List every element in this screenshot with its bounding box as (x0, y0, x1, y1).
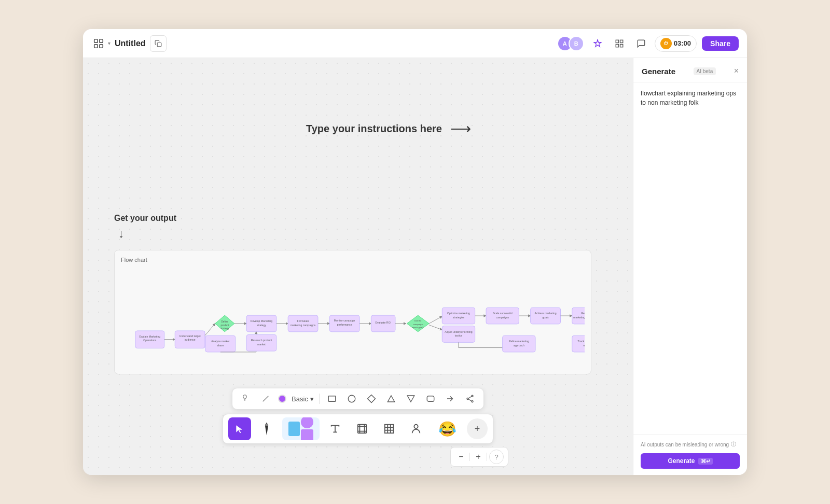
svg-text:tactics: tactics (455, 334, 463, 337)
svg-text:Did the: Did the (414, 319, 422, 322)
rect-tool-button[interactable] (325, 391, 339, 406)
cursor-tool-button[interactable] (228, 417, 251, 440)
share-button[interactable]: Share (702, 36, 739, 51)
rounded-rect-tool-button[interactable] (423, 391, 438, 406)
zoom-in-button[interactable]: + (472, 451, 485, 463)
canvas-area[interactable]: Type your instructions here ⟶ Get your o… (83, 58, 633, 475)
avatar-secondary: B (569, 36, 584, 51)
svg-text:Optimize marketing: Optimize marketing (447, 312, 470, 315)
network-tool-button[interactable] (463, 391, 477, 406)
arrow-right-icon: ⟶ (450, 120, 471, 137)
svg-point-83 (472, 401, 473, 402)
emoji-preview: 😂 (432, 417, 463, 440)
style-chevron-icon: ▾ (310, 395, 314, 403)
right-panel: Generate AI beta × flowchart explaining … (633, 58, 747, 475)
flowchart-container: Flow chart Explain Marketing Operations (114, 250, 591, 374)
generate-label: Generate (668, 457, 695, 465)
get-output-area: Get your output ↓ (114, 214, 176, 241)
preview-rect (288, 422, 300, 436)
chat-button[interactable] (633, 35, 649, 52)
app-logo-button[interactable] (91, 36, 106, 51)
panel-input-area[interactable]: flowchart explaining marketing ops to no… (633, 82, 747, 434)
svg-line-41 (429, 316, 442, 324)
doc-title: Untitled (115, 39, 146, 48)
zoom-controls: − + ? (450, 447, 508, 467)
get-output-title: Get your output (114, 214, 176, 223)
curve-tool-button[interactable] (239, 391, 253, 406)
svg-text:audience: audience (185, 338, 196, 341)
top-bar-right: A B ⏱ (557, 35, 739, 52)
panel-footer: AI outputs can be misleading or wrong ⓘ … (633, 434, 747, 475)
svg-point-95 (414, 425, 418, 428)
person-tool-button[interactable] (405, 417, 427, 440)
timer-badge: ⏱ 03:00 (655, 35, 697, 52)
svg-line-16 (205, 324, 215, 335)
menu-chevron-icon[interactable]: ▾ (108, 40, 110, 46)
style-label: Basic (292, 395, 308, 403)
svg-text:Report on: Report on (581, 312, 585, 315)
pen-tool-button[interactable] (255, 417, 278, 440)
svg-text:approach: approach (514, 344, 524, 347)
svg-point-82 (467, 398, 468, 400)
preview-circle (301, 417, 313, 428)
panel-input-text: flowchart explaining marketing ops to no… (641, 89, 740, 107)
warning-text: AI outputs can be misleading or wrong ⓘ (641, 441, 740, 448)
svg-rect-4 (157, 43, 161, 47)
svg-text:Achieve marketing: Achieve marketing (535, 312, 557, 315)
svg-text:Understand target: Understand target (179, 334, 201, 338)
svg-text:Refine marketing: Refine marketing (509, 340, 529, 343)
flowchart-label: Flow chart (121, 257, 585, 263)
svg-text:campaign: campaign (413, 323, 423, 326)
table-tool-button[interactable] (378, 417, 400, 440)
svg-text:Scale successful: Scale successful (493, 312, 513, 315)
triangle-down-tool-button[interactable] (404, 391, 418, 406)
svg-rect-2 (94, 44, 98, 47)
text-tool-button[interactable] (324, 417, 347, 440)
svg-rect-1 (100, 39, 103, 42)
grid-view-button[interactable] (611, 35, 628, 52)
zoom-divider-2 (487, 453, 487, 461)
svg-line-77 (263, 396, 269, 402)
svg-text:strategy: strategy (257, 324, 267, 327)
triangle-tool-button[interactable] (384, 391, 398, 406)
svg-point-79 (348, 395, 355, 402)
tool-preview (282, 417, 320, 440)
panel-title: Generate (642, 67, 675, 76)
svg-point-86 (265, 424, 268, 426)
top-bar: ▾ Untitled A B (83, 29, 747, 58)
svg-text:efforts: efforts (584, 344, 585, 347)
toolbar-divider (319, 394, 320, 404)
warning-label: AI outputs can be misleading or wrong (641, 442, 729, 447)
preview-shapes (288, 417, 313, 440)
svg-text:reach goal?: reach goal? (412, 326, 424, 329)
instructions-text: Type your instructions here (306, 123, 442, 135)
ai-icon-button[interactable] (589, 35, 606, 52)
copy-button[interactable] (150, 35, 167, 52)
close-panel-button[interactable]: × (734, 66, 739, 76)
generate-button[interactable]: Generate ⌘↵ (641, 453, 740, 469)
svg-rect-3 (100, 44, 103, 47)
diamond-tool-button[interactable] (364, 391, 379, 406)
svg-rect-80 (427, 396, 434, 402)
svg-rect-78 (328, 396, 336, 402)
svg-text:Analyze market: Analyze market (211, 340, 230, 343)
line-tool-button[interactable] (258, 391, 273, 406)
help-button[interactable]: ? (489, 450, 504, 464)
style-selector[interactable]: Basic ▾ (292, 395, 314, 403)
keyboard-shortcut: ⌘↵ (698, 458, 713, 465)
svg-text:Operations: Operations (143, 339, 156, 342)
frame-tool-button[interactable] (351, 417, 374, 440)
zoom-out-button[interactable]: − (455, 451, 467, 463)
svg-text:Evaluate ROI: Evaluate ROI (375, 321, 391, 324)
preview-square (301, 429, 313, 440)
svg-text:Explain Marketing: Explain Marketing (140, 335, 161, 338)
svg-line-84 (468, 397, 472, 399)
circle-tool-button[interactable] (344, 391, 359, 406)
bottom-toolbar: Basic ▾ (223, 388, 493, 444)
svg-point-81 (472, 395, 473, 397)
svg-text:Formulate: Formulate (297, 319, 309, 323)
more-tools-button[interactable]: + (467, 418, 488, 439)
arrow-shape-tool-button[interactable] (443, 391, 458, 406)
flowchart-svg: Explain Marketing Operations Understand … (121, 267, 585, 366)
color-picker[interactable] (278, 395, 286, 403)
